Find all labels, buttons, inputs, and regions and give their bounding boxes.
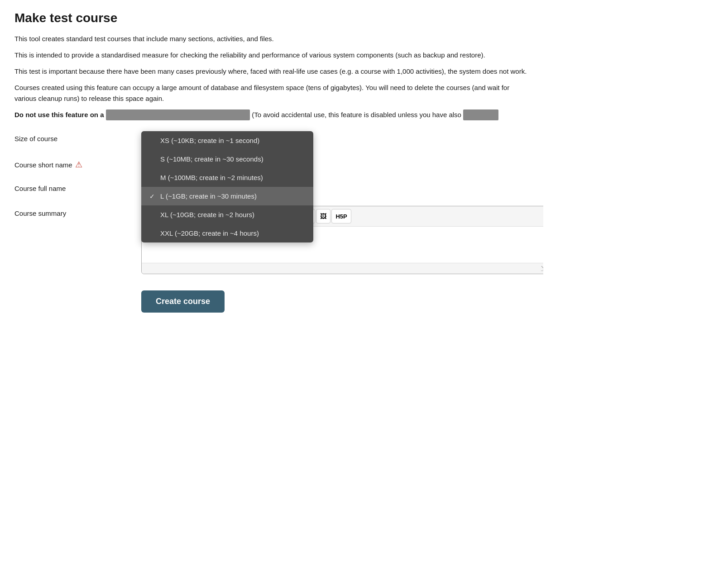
short-name-label: Course short name ⚠ (14, 156, 141, 170)
full-name-label: Course full name (14, 181, 141, 192)
dropdown-item-m[interactable]: M (~100MB; create in ~2 minutes) (141, 168, 313, 187)
course-form: Size of course XS (~10KB; create in ~1 s… (14, 131, 529, 313)
resize-handle-icon[interactable]: ⇲ (541, 264, 543, 273)
page-description: This tool creates standard test courses … (14, 33, 529, 120)
create-button-row: Create course (14, 283, 529, 313)
desc-para-4: Courses created using this feature can o… (14, 82, 529, 104)
blurred-warning-2: enabled it). (463, 109, 498, 120)
toolbar-h5p-btn[interactable]: H5P (331, 209, 351, 223)
short-name-error-icon: ⚠ (75, 160, 82, 170)
editor-resize-handle-row: ⇲ (142, 263, 543, 274)
warning-prefix: Do not use this feature on a live system… (14, 111, 250, 119)
dropdown-item-xs[interactable]: XS (~10KB; create in ~1 second) (141, 131, 313, 150)
desc-para-2: This is intended to provide a standardis… (14, 50, 529, 61)
size-dropdown-open[interactable]: XS (~10KB; create in ~1 second) S (~10MB… (141, 131, 313, 242)
desc-para-1: This tool creates standard test courses … (14, 33, 529, 44)
blurred-warning-1: live system. Use only on a developer ser… (106, 109, 250, 120)
warning-text: Do not use this feature on a live system… (14, 109, 529, 120)
toolbar-image-btn[interactable]: 🖼 (316, 209, 330, 223)
desc-para-3: This test is important because there hav… (14, 66, 529, 77)
summary-label: Course summary (14, 206, 141, 217)
dropdown-item-xxl[interactable]: XXL (~20GB; create in ~4 hours) (141, 224, 313, 242)
create-course-button[interactable]: Create course (141, 290, 225, 313)
size-control: XS (~10KB; create in ~1 second) S (~10MB… (141, 131, 529, 147)
size-row: Size of course XS (~10KB; create in ~1 s… (14, 131, 529, 147)
size-label: Size of course (14, 131, 141, 142)
dropdown-item-l[interactable]: ✓ L (~1GB; create in ~30 minutes) (141, 187, 313, 205)
dropdown-item-xl[interactable]: XL (~10GB; create in ~2 hours) (141, 205, 313, 224)
page-title: Make test course (14, 11, 529, 25)
dropdown-item-s[interactable]: S (~10MB; create in ~30 seconds) (141, 150, 313, 168)
